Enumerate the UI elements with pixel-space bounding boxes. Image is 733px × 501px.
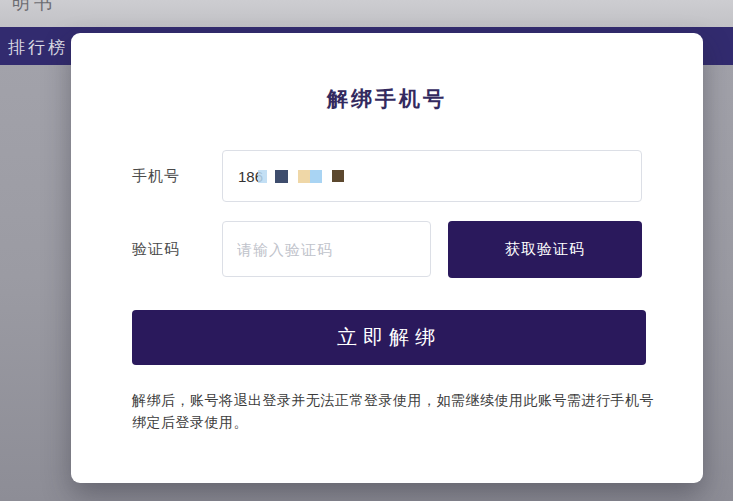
phone-input[interactable]: 186 (222, 150, 642, 202)
unbind-notice: 解绑后，账号将退出登录并无法正常登录使用，如需继续使用此账号需进行手机号绑定后登… (132, 389, 666, 434)
phone-mask-block (298, 170, 322, 183)
cut-off-heading-text: 明书 (12, 0, 56, 15)
phone-mask-block (275, 170, 288, 183)
phone-mask-block (332, 170, 344, 182)
code-label: 验证码 (132, 240, 180, 259)
phone-mask-block (310, 170, 322, 183)
unbind-phone-modal: 解绑手机号 手机号 186 验证码 获取验证码 立即解绑 解绑后，账号将退出登录… (71, 33, 703, 483)
unbind-now-button[interactable]: 立即解绑 (132, 310, 646, 365)
modal-title: 解绑手机号 (71, 85, 703, 113)
phone-mask-block (258, 170, 267, 183)
page-background-top: 明书 (0, 0, 733, 27)
phone-mask-block (298, 170, 310, 183)
code-input[interactable] (222, 221, 431, 277)
nav-item-ranking[interactable]: 排行榜 (8, 36, 68, 59)
phone-value: 186 (238, 168, 263, 185)
phone-mask-row (275, 170, 354, 183)
get-code-button[interactable]: 获取验证码 (448, 221, 642, 278)
phone-label: 手机号 (132, 167, 180, 186)
